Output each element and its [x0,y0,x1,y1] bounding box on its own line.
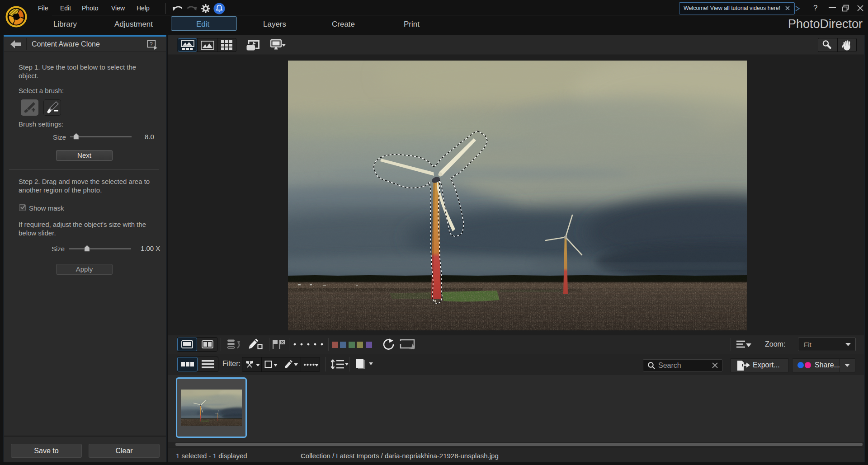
svg-text:?: ? [150,41,153,47]
